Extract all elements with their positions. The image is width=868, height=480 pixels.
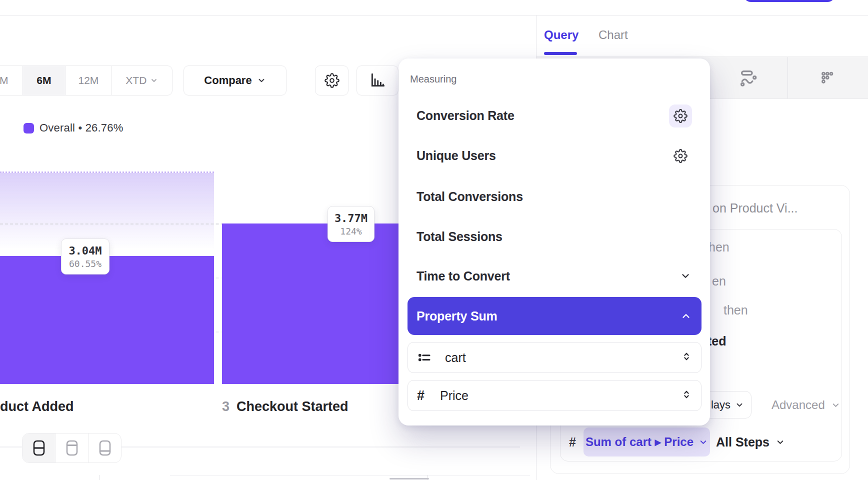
legend-label: Overall <box>40 122 75 134</box>
primary-action-button[interactable] <box>744 0 835 2</box>
legend-swatch <box>24 123 34 134</box>
conversion-window-label: lays <box>711 398 730 412</box>
divider <box>99 475 100 480</box>
property-sum-property-select[interactable]: # Price <box>408 380 702 411</box>
cart-field-value: cart <box>445 350 466 365</box>
bar-2-value-tooltip: 3.77M 124% <box>328 206 374 242</box>
flows-icon <box>739 68 758 88</box>
price-field-value: Price <box>440 388 468 403</box>
time-range-m-label: M <box>0 74 8 86</box>
divider <box>788 57 788 98</box>
step-1-label: duct Added <box>0 399 74 414</box>
step-fragment: ted <box>708 334 726 348</box>
chevron-down-icon <box>776 438 785 447</box>
all-steps-label: All Steps <box>716 435 770 450</box>
divider <box>170 476 530 476</box>
gear-icon <box>674 109 688 123</box>
step-1-name: duct Added <box>0 399 74 414</box>
bar-2-value: 3.77M <box>334 212 368 224</box>
chevron-down-icon <box>150 76 158 84</box>
step-fragment: hen <box>708 240 730 254</box>
measuring-title: Measuring <box>410 74 456 85</box>
flow-chart-type-button[interactable] <box>739 68 758 90</box>
layout-rows-icon <box>32 440 46 456</box>
time-range-xtd[interactable]: XTD <box>112 66 172 95</box>
bar-1-rate: 60.55% <box>69 258 102 269</box>
compare-label: Compare <box>204 74 252 87</box>
chevron-down-icon[interactable] <box>680 270 691 284</box>
gear-icon <box>674 149 688 163</box>
tab-query[interactable]: Query <box>544 28 578 42</box>
layout-bottom-icon <box>98 440 112 456</box>
bar-1-value: 3.04M <box>68 244 102 257</box>
chart-legend: Overall • 26.76% <box>24 122 123 134</box>
dots-chart-type-button[interactable] <box>818 70 836 88</box>
advanced-label: Advanced <box>772 398 825 412</box>
layout-bottom-panel-button[interactable] <box>88 434 121 462</box>
divider <box>122 446 520 448</box>
select-arrows-icon <box>681 389 692 402</box>
advanced-button[interactable]: Advanced <box>772 398 840 412</box>
numeric-property-icon: # <box>569 435 576 450</box>
time-range-xtd-label: XTD <box>126 74 146 86</box>
bar-chart-icon <box>369 72 386 89</box>
top-bar <box>0 0 868 16</box>
step-fragment: en <box>712 274 726 288</box>
time-range-m[interactable]: M <box>0 66 23 95</box>
funnel-bar-1[interactable] <box>0 256 214 384</box>
sum-of-cart-price-chip[interactable]: Sum of cart ▸ Price <box>584 428 710 456</box>
layout-top-panel-button[interactable] <box>56 434 88 462</box>
property-sum-event-select[interactable]: cart <box>408 342 702 373</box>
bar-2-rate: 124% <box>340 226 362 236</box>
layout-split-horizontal-button[interactable] <box>22 434 56 462</box>
conversion-rate-settings-button[interactable] <box>669 104 692 128</box>
legend-separator: • <box>78 122 82 134</box>
menu-item-conversion-rate[interactable]: Conversion Rate <box>416 108 514 123</box>
chevron-down-icon <box>831 400 840 410</box>
layout-top-icon <box>66 440 78 456</box>
tab-chart[interactable]: Chart <box>598 28 628 42</box>
measuring-dropdown: Measuring Conversion Rate Unique Users T… <box>398 58 710 426</box>
menu-item-time-to-convert[interactable]: Time to Convert <box>416 269 510 284</box>
chart-settings-button[interactable] <box>315 66 348 96</box>
chevron-down-icon <box>257 76 266 85</box>
chevron-up-icon <box>680 310 692 322</box>
gear-icon <box>324 73 340 88</box>
chevron-down-icon <box>698 438 708 447</box>
time-range-6m-label: 6M <box>36 74 51 86</box>
tab-chart-label: Chart <box>598 28 628 42</box>
chart-type-button[interactable] <box>356 66 398 96</box>
menu-item-unique-users[interactable]: Unique Users <box>416 148 496 163</box>
property-sum-label: Property Sum <box>416 309 498 324</box>
menu-item-property-sum-selected[interactable]: Property Sum <box>408 297 702 335</box>
divider <box>0 446 22 448</box>
step-2-number: 3 <box>222 399 230 414</box>
menu-item-total-conversions[interactable]: Total Conversions <box>416 190 523 204</box>
dots-grid-icon <box>818 70 836 86</box>
layout-toggle-group <box>22 433 122 463</box>
steps-card-title: on Product Vi... <box>712 201 798 216</box>
divider <box>390 478 429 480</box>
time-range-6m[interactable]: 6M <box>23 66 66 95</box>
time-range-control: M 6M 12M XTD <box>0 66 172 96</box>
select-arrows-icon <box>681 351 692 364</box>
time-range-12m[interactable]: 12M <box>66 66 112 95</box>
all-steps-dropdown[interactable]: All Steps <box>716 435 785 450</box>
sum-chip-label: Sum of cart ▸ Price <box>586 435 694 449</box>
step-fragment: then <box>724 303 748 318</box>
list-property-icon <box>417 350 432 365</box>
legend-overall-rate: 26.76% <box>86 122 124 134</box>
time-range-12m-label: 12M <box>78 74 98 86</box>
tab-query-label: Query <box>544 28 578 42</box>
compare-button[interactable]: Compare <box>184 66 286 96</box>
bar-1-value-tooltip: 3.04M 60.55% <box>61 238 110 274</box>
active-tab-underline <box>544 52 577 55</box>
analytics-funnel-screen: M 6M 12M XTD Compare Overall • 26.76% 3.… <box>0 0 868 480</box>
step-2-name: Checkout Started <box>236 399 348 414</box>
chevron-down-icon <box>735 400 744 410</box>
step-2-label: 3 Checkout Started <box>222 399 348 414</box>
number-property-icon: # <box>417 388 432 404</box>
menu-item-total-sessions[interactable]: Total Sessions <box>416 230 502 244</box>
unique-users-settings-button[interactable] <box>669 144 692 168</box>
